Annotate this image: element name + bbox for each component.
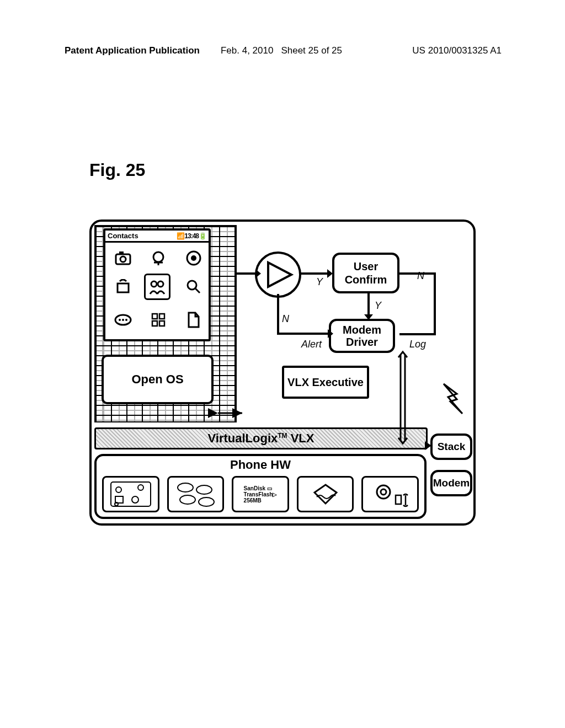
disc-icon [184, 248, 204, 268]
open-os-box: Open OS [102, 355, 214, 404]
svg-rect-16 [152, 321, 157, 326]
open-os-label: Open OS [131, 372, 183, 387]
edge-N-amp: N [282, 313, 289, 325]
svg-rect-14 [152, 314, 157, 319]
vlx-executive-label: VLX Executive [287, 376, 364, 388]
diagram: Contacts 📶13:48🔋 Open OS VirtualLogixTM … [89, 220, 476, 526]
sheet-label: Sheet 25 of 25 [281, 45, 342, 56]
wireless-lightning-icon [440, 383, 466, 416]
svg-point-25 [178, 483, 193, 492]
svg-point-24 [115, 502, 118, 506]
patent-number: US 2010/0031325 A1 [412, 45, 502, 56]
app-icon-grid [105, 243, 209, 340]
phone-screen: Contacts 📶13:48🔋 [103, 228, 211, 341]
openos-vlxexec-arrow-icon [214, 407, 247, 419]
date-label: Feb. 4, 2010 [221, 45, 273, 56]
camera-icon [113, 248, 133, 268]
svg-point-11 [119, 319, 121, 321]
edge-log: Log [409, 339, 426, 350]
figure-number: Fig. 25 [89, 160, 145, 180]
phone-hw-title: Phone HW [97, 458, 424, 472]
svg-rect-2 [119, 251, 124, 255]
modem-box: Modem [430, 470, 472, 496]
apps-grid-icon [148, 310, 168, 330]
vlx-hypervisor-layer: VirtualLogixTM VLX [94, 427, 428, 449]
status-bar: Contacts 📶13:48🔋 [105, 231, 209, 243]
vlx-text: VirtualLogixTM VLX [208, 431, 315, 446]
document-icon [184, 310, 204, 330]
arrow-modemdriver-to-stack-icon [396, 352, 409, 445]
hw-pcb-icon [102, 476, 159, 512]
publication-label: Patent Application Publication [65, 45, 200, 56]
svg-point-26 [196, 485, 212, 494]
svg-line-9 [195, 288, 200, 293]
svg-point-21 [138, 485, 143, 490]
page-header: Patent Application Publication Feb. 4, 2… [0, 45, 565, 56]
svg-point-8 [188, 281, 196, 290]
edge-Y-down: Y [375, 300, 381, 312]
hw-keypad-icon [167, 476, 225, 512]
vlx-executive-box: VLX Executive [282, 366, 369, 399]
svg-point-29 [377, 485, 390, 499]
stack-label: Stack [438, 441, 466, 453]
search-icon [184, 277, 204, 297]
svg-rect-17 [159, 321, 164, 326]
edge-alert: Alert [301, 339, 322, 350]
puzzle-icon [113, 277, 133, 297]
svg-point-1 [120, 256, 126, 262]
svg-point-30 [381, 489, 386, 495]
svg-point-23 [132, 496, 138, 503]
svg-point-20 [116, 487, 121, 493]
arrow-vlx-to-stack-icon [425, 440, 434, 451]
svg-rect-31 [396, 495, 401, 504]
hw-camera-lens-icon [361, 476, 419, 512]
user-confirm-box: User Confirm [332, 253, 399, 293]
svg-point-7 [158, 281, 163, 287]
user-confirm-label: User Confirm [334, 260, 397, 286]
svg-point-6 [151, 281, 157, 287]
phone-hardware-box: Phone HW SanDisk ▭ TransFlash▷ 256MB [94, 454, 427, 519]
svg-point-5 [191, 255, 196, 261]
edge-N-right: N [417, 270, 424, 282]
svg-point-12 [122, 319, 124, 321]
hw-chip-icon [297, 476, 354, 512]
arrow-userconfirm-to-modemdriver-icon [363, 293, 374, 321]
svg-point-27 [180, 495, 195, 504]
contacts-icon [144, 274, 170, 300]
modem-driver-label: Modem Driver [331, 324, 393, 348]
svg-point-3 [153, 252, 163, 262]
decision-triangle-icon [255, 251, 301, 298]
edge-Y-amp: Y [316, 276, 323, 288]
svg-point-13 [125, 319, 127, 321]
globe-icon [148, 248, 168, 268]
modem-label: Modem [433, 477, 470, 489]
radio-icon [113, 310, 133, 330]
svg-point-28 [199, 497, 214, 506]
hw-sandisk-icon: SanDisk ▭ TransFlash▷ 256MB [232, 476, 289, 512]
status-title: Contacts [108, 232, 138, 240]
arrow-openos-to-amp-icon [236, 267, 261, 280]
modem-driver-box: Modem Driver [329, 319, 395, 353]
stack-box: Stack [430, 433, 472, 460]
svg-rect-15 [159, 314, 164, 319]
status-time: 📶13:48🔋 [177, 232, 206, 240]
